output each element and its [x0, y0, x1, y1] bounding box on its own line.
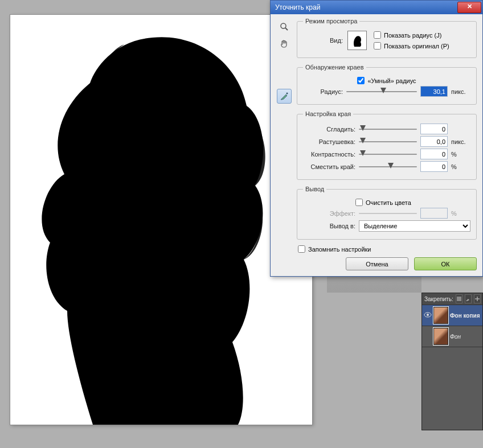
dialog-title: Уточнить край	[275, 3, 457, 11]
section-view-legend: Режим просмотра	[303, 18, 359, 24]
show-original-checkbox[interactable]: Показать оригинал (P)	[374, 42, 470, 50]
smart-radius-input[interactable]	[357, 77, 365, 84]
document-canvas[interactable]	[10, 15, 312, 425]
contrast-unit: %	[451, 151, 470, 158]
close-button[interactable]: ✕	[457, 2, 481, 13]
lock-brush-icon[interactable]	[465, 294, 472, 303]
section-edge-detection: Обнаружение краев «Умный» радиус Радиус:	[297, 64, 477, 105]
section-adjust-edge: Настройка края Сгладить: Растушевка: пик…	[297, 110, 477, 180]
decontaminate-input[interactable]	[355, 199, 363, 206]
zoom-tool-icon[interactable]	[277, 20, 291, 34]
section-output: Вывод Очистить цвета Эффект: %	[297, 186, 477, 240]
layer-name-label[interactable]: Фон копия	[450, 313, 481, 319]
amount-unit: %	[451, 210, 470, 217]
section-adjust-legend: Настройка края	[303, 110, 353, 117]
output-to-label: Вывод в:	[303, 223, 355, 229]
layer-row-bg[interactable]: Фон	[422, 326, 482, 347]
contrast-value[interactable]	[420, 149, 448, 159]
svg-rect-5	[457, 297, 461, 301]
show-radius-checkbox[interactable]: Показать радиус (J)	[374, 31, 470, 39]
amount-value	[420, 208, 448, 219]
layer-thumbnail[interactable]	[433, 328, 448, 345]
cancel-button[interactable]: Отмена	[346, 257, 408, 270]
shift-edge-value[interactable]	[420, 161, 448, 172]
feather-value[interactable]	[420, 136, 448, 147]
section-output-legend: Вывод	[303, 186, 326, 192]
feather-label: Растушевка:	[303, 138, 355, 145]
radius-label: Радиус:	[303, 88, 343, 95]
section-view-mode: Режим просмотра Вид: Показать радиус (J)	[297, 18, 477, 58]
lock-move-icon[interactable]	[474, 294, 481, 303]
layers-panel: Закрепить: Фон копия Фон	[421, 293, 483, 430]
dialog-tools	[276, 18, 292, 270]
layer-name-label[interactable]: Фон	[450, 334, 481, 340]
contrast-label: Контрастность:	[303, 151, 355, 158]
smooth-slider[interactable]	[359, 124, 417, 134]
feather-slider[interactable]	[359, 137, 417, 147]
smooth-label: Сгладить:	[303, 126, 355, 133]
shift-edge-slider[interactable]	[359, 162, 417, 172]
feather-unit: пикс.	[451, 138, 470, 145]
svg-point-1	[281, 23, 286, 28]
view-mode-thumb[interactable]	[347, 31, 367, 50]
amount-label: Эффект:	[303, 210, 355, 217]
hand-tool-icon[interactable]	[277, 37, 291, 51]
show-radius-input[interactable]	[374, 31, 381, 39]
decontaminate-checkbox[interactable]: Очистить цвета	[355, 199, 411, 206]
ok-button[interactable]: ОК	[414, 257, 477, 270]
dialog-titlebar[interactable]: Уточнить край ✕	[271, 1, 482, 14]
layers-lock-row: Закрепить:	[422, 293, 482, 305]
show-original-input[interactable]	[374, 42, 381, 50]
svg-point-8	[427, 314, 429, 316]
svg-point-3	[286, 93, 288, 94]
amount-slider	[359, 208, 417, 219]
view-label: Вид:	[303, 37, 343, 44]
output-to-select[interactable]: Выделение	[359, 220, 470, 232]
svg-line-2	[285, 28, 288, 30]
radius-unit: пикс.	[451, 88, 470, 95]
remember-settings-checkbox[interactable]: Запомнить настройки	[298, 245, 477, 253]
radius-slider[interactable]	[346, 87, 417, 97]
visibility-toggle-icon[interactable]	[424, 312, 432, 319]
contrast-slider[interactable]	[359, 149, 417, 159]
layer-row-bg-copy[interactable]: Фон копия	[422, 305, 482, 326]
layers-lock-label: Закрепить:	[424, 296, 453, 302]
layer-thumbnail[interactable]	[433, 307, 448, 324]
refine-edge-dialog: Уточнить край ✕ Режим просмотра	[270, 0, 483, 277]
silhouette-preview	[10, 15, 312, 425]
radius-value[interactable]	[420, 86, 448, 97]
smooth-value[interactable]	[420, 124, 448, 134]
section-edge-legend: Обнаружение краев	[303, 64, 366, 71]
refine-brush-tool-icon[interactable]	[277, 89, 292, 104]
smart-radius-checkbox[interactable]: «Умный» радиус	[357, 77, 416, 84]
lock-transparent-icon[interactable]	[456, 294, 462, 303]
remember-settings-input[interactable]	[298, 245, 305, 253]
shift-edge-label: Сместить край:	[303, 163, 355, 170]
shift-edge-unit: %	[451, 163, 470, 170]
